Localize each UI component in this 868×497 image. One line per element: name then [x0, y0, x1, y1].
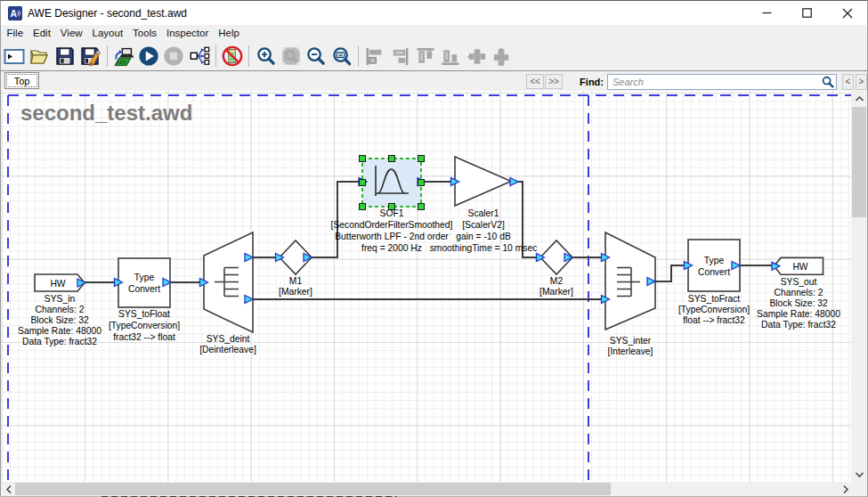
align-top-button[interactable] — [415, 45, 436, 67]
title-bar: A AWE Designer - second_test.awd — [1, 1, 867, 25]
tofract-shape-line2: Convert — [698, 267, 730, 277]
open-file-button[interactable] — [29, 45, 51, 67]
find-next-button[interactable]: > — [856, 74, 867, 90]
align-bottom-icon — [440, 45, 461, 68]
scroll-left-button[interactable] — [1, 482, 16, 496]
scaler1-label: gain = -10 dB — [456, 232, 511, 241]
tofloat-label: [TypeConversion] — [109, 321, 180, 330]
sys-in-label: Block Size: 32 — [30, 315, 89, 325]
tofloat-label: fract32 --> float — [113, 332, 175, 342]
m1-label: [Marker] — [279, 287, 312, 297]
new-file-button[interactable] — [4, 45, 25, 67]
hierarchy-button[interactable] — [189, 45, 210, 67]
close-button[interactable] — [827, 1, 867, 26]
align-right-icon — [389, 45, 410, 68]
main-area: second_test.awd — [1, 91, 867, 482]
zoom-selection-button[interactable] — [280, 45, 302, 67]
menu-help[interactable]: Help — [214, 26, 245, 41]
pin-scaler1-out[interactable] — [510, 178, 518, 186]
sys-out-label: Block Size: 32 — [769, 298, 828, 308]
zoom-in-button[interactable] — [256, 45, 277, 67]
zoom-in-icon — [256, 45, 277, 68]
scrollbar-corner — [851, 482, 867, 496]
deint-label: SYS_deint — [207, 334, 250, 344]
align-left-button[interactable] — [364, 45, 385, 67]
play-button[interactable] — [138, 45, 159, 67]
center-vertical-button[interactable] — [491, 45, 512, 67]
svg-text:A: A — [10, 8, 17, 18]
sys-in-label: SYS_in — [45, 294, 76, 304]
save-button[interactable] — [54, 45, 76, 67]
window-title: AWE Designer - second_test.awd — [28, 7, 747, 20]
find-prev-button[interactable]: < — [842, 74, 854, 90]
toolbar-separator — [358, 45, 359, 67]
canvas-title: second_test.awd — [20, 101, 192, 125]
search-icon[interactable] — [822, 76, 834, 88]
zoom-fit-button[interactable] — [331, 45, 353, 67]
block-sys-tofloat[interactable] — [118, 258, 170, 307]
design-canvas[interactable]: second_test.awd — [1, 91, 851, 482]
menu-layout[interactable]: Layout — [87, 26, 128, 41]
history-back-button[interactable]: << — [526, 74, 544, 89]
stop-button[interactable] — [163, 45, 184, 67]
menu-edit[interactable]: Edit — [28, 26, 56, 41]
vertical-scrollbar[interactable] — [851, 91, 867, 482]
save-as-button[interactable] — [79, 45, 101, 67]
menu-bar: File Edit View Layout Tools Inspector He… — [1, 25, 867, 42]
menu-tools[interactable]: Tools — [128, 26, 162, 41]
play-icon — [138, 45, 159, 68]
horizontal-scrollbar[interactable] — [1, 482, 867, 496]
tofloat-shape-line2: Convert — [128, 284, 160, 294]
search-box — [607, 74, 837, 90]
new-file-icon — [4, 45, 25, 67]
toolbar-separator — [107, 45, 108, 67]
app-window: A AWE Designer - second_test.awd File Ed… — [0, 0, 868, 497]
toolbar-separator — [248, 45, 249, 67]
tab-bar: Top << >> Find: < > — [1, 70, 867, 91]
scroll-up-button[interactable] — [851, 91, 867, 106]
zoom-selection-icon — [280, 45, 302, 68]
find-label: Find: — [580, 77, 604, 87]
menu-view[interactable]: View — [55, 26, 87, 41]
menu-inspector[interactable]: Inspector — [161, 26, 213, 41]
maximize-icon — [802, 8, 812, 18]
align-bottom-button[interactable] — [440, 45, 461, 67]
find-bar: << >> Find: < > — [525, 73, 867, 90]
block-scaler1[interactable] — [455, 157, 511, 206]
build-target-button[interactable] — [113, 45, 134, 67]
tofract-shape-line1: Type — [704, 256, 725, 265]
scroll-down-button[interactable] — [851, 467, 867, 482]
vertical-scroll-thumb[interactable] — [852, 107, 866, 217]
scaler1-label: smoothingTime = 10 msec — [430, 243, 538, 253]
chevron-up-icon — [856, 96, 864, 102]
tab-top[interactable]: Top — [4, 72, 39, 89]
horizontal-scroll-thumb[interactable] — [15, 483, 611, 495]
inter-label: [Interleave] — [608, 346, 653, 356]
save-as-icon — [79, 45, 101, 67]
scaler1-label: [ScalerV2] — [462, 220, 505, 230]
wire-inter-tofract[interactable] — [655, 265, 688, 281]
hierarchy-icon — [189, 45, 210, 68]
sys-out-label: Channels: 2 — [775, 288, 823, 297]
history-forward-button[interactable]: >> — [545, 74, 563, 89]
minimize-button[interactable] — [747, 1, 787, 26]
zoom-out-button[interactable] — [305, 45, 327, 67]
chevron-right-icon — [843, 485, 848, 493]
align-top-icon — [415, 45, 436, 68]
build-target-icon — [113, 45, 134, 68]
tofloat-label: SYS_toFloat — [118, 309, 170, 319]
block-sof1[interactable] — [362, 159, 421, 207]
zoom-out-icon — [305, 45, 327, 68]
stop-icon — [163, 45, 184, 68]
sys-in-label: Data Type: fract32 — [22, 337, 97, 346]
tab-top-label: Top — [14, 76, 30, 86]
open-file-icon — [29, 45, 51, 67]
profile-disabled-button[interactable] — [222, 45, 243, 67]
align-right-button[interactable] — [389, 45, 410, 67]
search-input[interactable] — [607, 74, 837, 90]
m1-label: M1 — [289, 276, 303, 286]
maximize-button[interactable] — [787, 1, 827, 26]
menu-file[interactable]: File — [2, 26, 28, 41]
sys-in-label: Channels: 2 — [36, 305, 85, 314]
center-horizontal-button[interactable] — [466, 45, 487, 67]
